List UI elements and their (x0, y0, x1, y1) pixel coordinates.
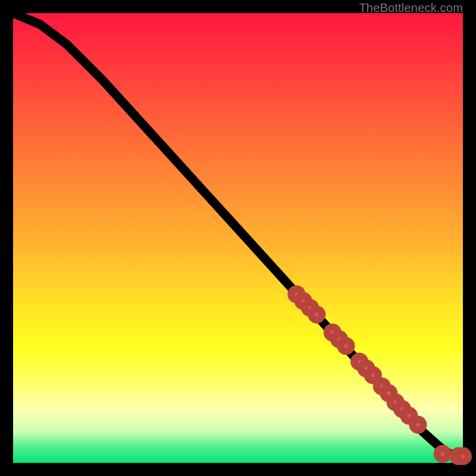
data-point-marker (412, 419, 423, 430)
data-point-marker (311, 309, 322, 320)
marker-group (291, 289, 468, 462)
data-point-marker (340, 340, 351, 351)
data-point-marker (368, 370, 378, 381)
chart-overlay (13, 13, 463, 463)
data-point-marker (437, 449, 448, 459)
data-point-marker (458, 451, 468, 462)
chart-stage: TheBottleneck.com (0, 0, 476, 476)
